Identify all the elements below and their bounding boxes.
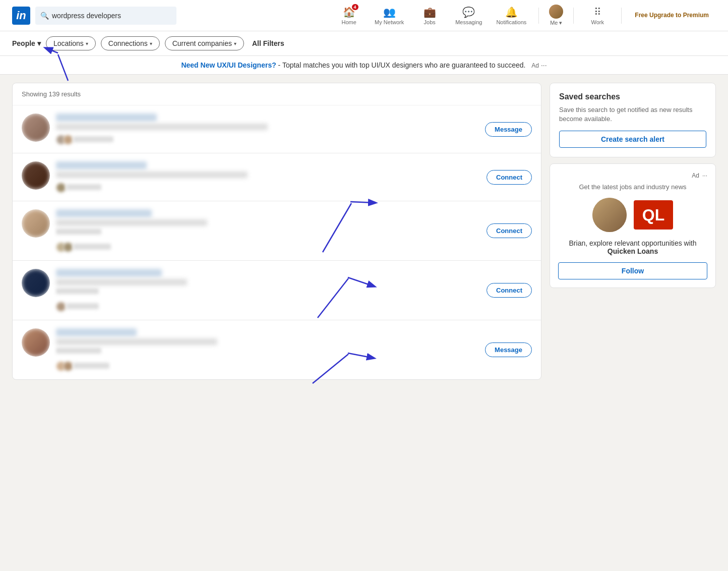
messaging-label: Messaging	[455, 19, 482, 25]
saved-searches-title: Saved searches	[559, 92, 706, 101]
ad-banner-link[interactable]: Need New UX/UI Designers?	[181, 61, 276, 69]
home-badge: 4	[352, 4, 358, 10]
result-name	[56, 209, 152, 217]
messaging-icon: 💬	[462, 6, 475, 18]
all-filters-button[interactable]: All Filters	[252, 39, 284, 47]
nav-messaging[interactable]: 💬 Messaging	[449, 0, 488, 31]
result-action: Message	[485, 122, 532, 137]
company-initials: QL	[642, 206, 664, 224]
home-icon: 🏠4	[343, 6, 355, 18]
table-row: Connect	[13, 153, 541, 201]
ad-person-avatar	[592, 198, 627, 232]
avatar	[22, 328, 50, 357]
results-panel: Showing 139 results	[12, 83, 541, 380]
ad-card: Ad ··· Get the latest jobs and industry …	[550, 163, 716, 288]
avatar	[549, 5, 563, 19]
result-meta	[56, 229, 101, 235]
message-button[interactable]: Message	[485, 342, 532, 357]
filter-bar: People ▾ Locations ▾ Connections ▾ Curre…	[0, 31, 728, 56]
people-chevron-icon: ▾	[37, 39, 41, 47]
connections-chevron-icon: ▾	[150, 41, 152, 46]
mutual-connections	[73, 136, 113, 142]
connections-filter[interactable]: Connections ▾	[101, 36, 160, 50]
result-action: Message	[485, 342, 532, 357]
nav-my-network[interactable]: 👥 My Network	[369, 0, 410, 31]
current-companies-chevron-icon: ▾	[234, 41, 236, 46]
ad-company-logo: QL	[634, 200, 673, 230]
avatar	[22, 269, 50, 297]
ad-label: Ad	[531, 62, 539, 69]
result-title	[56, 219, 207, 226]
home-label: Home	[341, 19, 356, 25]
nav-divider-3	[621, 8, 622, 24]
avatar	[22, 161, 50, 190]
result-info	[56, 209, 480, 252]
search-input[interactable]	[52, 12, 171, 20]
avatar	[22, 113, 50, 142]
search-icon: 🔍	[40, 12, 49, 20]
jobs-label: Jobs	[424, 19, 436, 25]
my-network-label: My Network	[375, 19, 404, 25]
saved-searches-card: Saved searches Save this search to get n…	[550, 83, 716, 157]
nav-notifications[interactable]: 🔔 Notifications	[490, 0, 532, 31]
main-content: Showing 139 results	[0, 75, 728, 388]
jobs-icon: 💼	[423, 6, 436, 18]
current-companies-label: Current companies	[172, 39, 232, 47]
result-action: Connect	[487, 170, 532, 185]
result-info	[56, 328, 479, 371]
result-info	[56, 161, 480, 193]
create-search-alert-button[interactable]: Create search alert	[559, 131, 706, 148]
result-title	[56, 124, 268, 130]
ad-card-description: Get the latest jobs and industry news	[558, 183, 707, 191]
saved-searches-description: Save this search to get notified as new …	[559, 105, 706, 124]
mutual-connections	[66, 184, 101, 190]
connect-button[interactable]: Connect	[487, 170, 532, 185]
ad-person-text: Brian, explore relevant opportunities wi…	[569, 239, 697, 247]
results-header: Showing 139 results	[13, 83, 541, 105]
people-filter[interactable]: People ▾	[12, 39, 41, 47]
work-icon: ⠿	[594, 6, 601, 18]
result-mutual	[56, 135, 113, 145]
ad-dots-button[interactable]: ···	[541, 61, 547, 69]
result-mutual	[56, 183, 101, 193]
results-count: Showing 139 results	[22, 90, 81, 98]
linkedin-logo[interactable]: in	[12, 7, 30, 25]
avatar	[22, 209, 50, 238]
message-button[interactable]: Message	[485, 122, 532, 137]
nav-jobs[interactable]: 💼 Jobs	[412, 0, 447, 31]
result-action: Connect	[487, 283, 532, 298]
ad-company-name: Quicken Loans	[608, 247, 658, 255]
nav-items: 🏠4 Home 👥 My Network 💼 Jobs 💬 Messaging …	[331, 0, 716, 31]
result-name	[56, 161, 147, 169]
all-filters-label: All Filters	[252, 39, 284, 47]
nav-premium[interactable]: Free Upgrade to Premium	[628, 0, 716, 31]
current-companies-filter[interactable]: Current companies ▾	[165, 36, 244, 50]
ad-card-header: Ad ···	[558, 172, 707, 179]
follow-button[interactable]: Follow	[558, 262, 707, 279]
nav-home[interactable]: 🏠4 Home	[331, 0, 367, 31]
table-row: Message	[13, 320, 541, 379]
work-label: Work	[591, 19, 604, 25]
logo-text: in	[16, 9, 26, 22]
connect-button[interactable]: Connect	[487, 223, 532, 238]
locations-filter[interactable]: Locations ▾	[46, 36, 96, 50]
me-label: Me ▾	[550, 20, 562, 26]
my-network-icon: 👥	[383, 6, 396, 18]
sidebar: Saved searches Save this search to get n…	[550, 83, 716, 380]
ad-card-dots-button[interactable]: ···	[702, 172, 707, 179]
result-name	[56, 113, 157, 122]
nav-work[interactable]: ⠿ Work	[580, 0, 615, 31]
ad-banner: Need New UX/UI Designers? - Toptal match…	[0, 56, 728, 75]
connect-button[interactable]: Connect	[487, 283, 532, 298]
table-row: Connect	[13, 201, 541, 261]
navbar: in 🔍 🏠4 Home 👥 My Network 💼 Jobs 💬 Messa…	[0, 0, 728, 31]
connections-label: Connections	[108, 39, 148, 47]
ad-banner-desc: - Toptal matches you with top UI/UX desi…	[278, 61, 526, 69]
premium-label: Free Upgrade to Premium	[635, 12, 709, 20]
search-bar[interactable]: 🔍	[35, 7, 176, 25]
result-name	[56, 269, 162, 277]
result-action: Connect	[487, 223, 532, 238]
nav-divider	[538, 8, 539, 24]
nav-me[interactable]: Me ▾	[545, 0, 567, 31]
notifications-icon: 🔔	[505, 6, 518, 18]
